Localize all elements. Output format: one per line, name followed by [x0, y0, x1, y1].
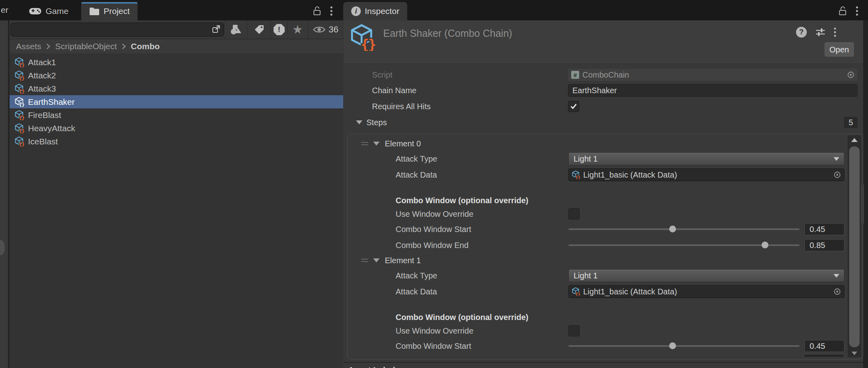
script-object-field: # ComboChain — [568, 69, 858, 81]
list-item-iceblast[interactable]: IceBlast — [10, 135, 343, 148]
element1-header[interactable]: Element 1 — [348, 253, 844, 268]
combo-window-start-value[interactable]: 0.45 — [804, 340, 844, 352]
element0-title: Element 0 — [385, 139, 421, 148]
combo-window-end-row: Combo Window End 0.85 — [348, 237, 844, 253]
asset-name: FireBlast — [28, 110, 61, 120]
steps-count-field[interactable]: 5 — [844, 117, 858, 128]
drag-handle-icon[interactable] — [361, 259, 368, 262]
scriptableobject-icon — [15, 84, 25, 94]
inspector-scrollbar[interactable] — [848, 135, 861, 357]
foldout-arrow-icon[interactable] — [373, 142, 380, 146]
requires-all-hits-label: Requires All Hits — [344, 102, 568, 111]
drag-handle-icon[interactable] — [361, 142, 368, 145]
scrollbar-thumb[interactable] — [861, 184, 864, 224]
combo-window-start-label: Combo Window Start — [348, 342, 568, 351]
attack-type-label: Attack Type — [348, 154, 568, 164]
active-tab-stripe — [81, 2, 138, 4]
combo-window-header: Combo Window (optional override) — [348, 311, 844, 324]
attack-type-dropdown[interactable]: Light 1 — [568, 269, 844, 282]
tab-cutoff[interactable]: er — [1, 5, 8, 15]
list-item-attack1[interactable]: Attack1 — [10, 56, 343, 69]
context-menu-icon[interactable] — [834, 28, 836, 37]
breadcrumb-scriptableobject[interactable]: ScriptableObject — [55, 42, 117, 51]
list-item-attack2[interactable]: Attack2 — [10, 69, 343, 82]
element1-title: Element 1 — [385, 256, 421, 265]
script-value: ComboChain — [582, 70, 844, 80]
script-label: Script — [344, 70, 568, 80]
visible-count: 36 — [329, 24, 338, 35]
list-item-heavyattack[interactable]: HeavyAttack — [10, 122, 343, 135]
requires-all-hits-checkbox[interactable] — [568, 101, 579, 112]
open-in-search-icon — [212, 24, 221, 34]
chain-name-input[interactable]: EarthShaker — [568, 84, 858, 97]
attack-type-dropdown[interactable]: Light 1 — [568, 152, 844, 165]
panel-menu-icon[interactable] — [330, 6, 332, 16]
combo-window-start-slider[interactable] — [568, 228, 800, 230]
hidden-count-button[interactable]: ! — [270, 20, 287, 39]
open-button[interactable]: Open — [824, 42, 854, 57]
attack-type-value: Light 1 — [574, 154, 598, 164]
use-window-override-checkbox[interactable] — [568, 208, 580, 220]
tab-inspector-label: Inspector — [365, 6, 399, 16]
presets-icon[interactable] — [815, 26, 826, 38]
object-picker-icon[interactable] — [834, 288, 841, 295]
shapes-icon — [230, 24, 242, 35]
neighbor-panel-scrollbar[interactable] — [0, 20, 8, 368]
help-icon[interactable]: ? — [796, 27, 807, 38]
asset-name: Attack2 — [28, 71, 56, 80]
tab-inspector[interactable]: i Inspector — [343, 2, 407, 20]
combo-window-end-slider[interactable] — [568, 244, 800, 246]
outer-scrollbar[interactable] — [863, 20, 868, 368]
scriptableobject-icon — [15, 110, 25, 120]
panel-menu-icon[interactable] — [856, 6, 858, 16]
breadcrumb-combo[interactable]: Combo — [131, 42, 160, 51]
project-panel-controls — [313, 6, 332, 16]
attack-data-value: Light1_basic (Attack Data) — [583, 287, 677, 296]
attack-data-object-field[interactable]: Light1_basic (Attack Data) — [568, 285, 844, 298]
combo-window-start-slider[interactable] — [568, 345, 800, 347]
favorites-button[interactable]: ★ — [287, 20, 307, 39]
search-field-wrap — [10, 22, 224, 37]
scroll-down-icon[interactable] — [852, 352, 857, 355]
object-picker-icon[interactable] — [834, 171, 841, 178]
attack-data-object-field[interactable]: Light1_basic (Attack Data) — [568, 168, 844, 181]
asset-name: Attack3 — [28, 84, 56, 94]
slider-thumb[interactable] — [669, 342, 676, 349]
inspector-title: Earth Shaker (Combo Chain) — [383, 28, 512, 39]
combo-window-end-value[interactable]: 0.85 — [804, 239, 844, 251]
list-item-attack3[interactable]: Attack3 — [10, 82, 343, 95]
tab-game[interactable]: Game — [21, 2, 76, 20]
scrollbar-thumb[interactable] — [0, 240, 5, 255]
scrollbar-thumb[interactable] — [849, 146, 860, 347]
check-icon — [569, 102, 578, 111]
inspector-body: Script # ComboChain Chain Name EarthShak… — [344, 64, 863, 368]
attack-type-row: Attack Type Light 1 — [348, 151, 844, 167]
attack-data-label: Attack Data — [348, 287, 568, 296]
asset-name: EarthShaker — [28, 97, 75, 107]
filter-by-type-button[interactable] — [224, 20, 247, 39]
attack-type-value: Light 1 — [574, 271, 598, 280]
object-picker-icon[interactable] — [847, 71, 854, 78]
filter-by-label-button[interactable] — [247, 20, 270, 39]
foldout-arrow-icon[interactable] — [356, 120, 362, 124]
breadcrumb-assets[interactable]: Assets — [16, 42, 41, 51]
attack-data-label: Attack Data — [348, 170, 568, 180]
unlock-icon[interactable] — [313, 6, 322, 16]
open-in-search-button[interactable] — [210, 23, 223, 34]
list-item-fireblast[interactable]: FireBlast — [10, 108, 343, 122]
foldout-arrow-icon[interactable] — [373, 258, 380, 262]
use-window-override-checkbox[interactable] — [568, 325, 580, 336]
unlock-icon[interactable] — [838, 6, 847, 16]
element0-header[interactable]: Element 0 — [348, 136, 844, 151]
list-item-earthshaker[interactable]: EarthShaker — [10, 95, 343, 108]
search-input[interactable] — [10, 22, 224, 37]
combo-window-start-value[interactable]: 0.45 — [804, 223, 844, 235]
asset-labels-header[interactable]: Asset Labels — [344, 362, 863, 368]
breadcrumb: Assets ScriptableObject Combo — [10, 39, 343, 54]
slider-thumb[interactable] — [669, 226, 676, 232]
scroll-up-icon[interactable] — [851, 138, 858, 142]
project-toolbar: ! ★ 36 — [10, 20, 343, 39]
slider-thumb[interactable] — [762, 242, 768, 248]
visible-items-button[interactable]: 36 — [308, 20, 343, 39]
tab-project[interactable]: Project — [81, 2, 138, 20]
